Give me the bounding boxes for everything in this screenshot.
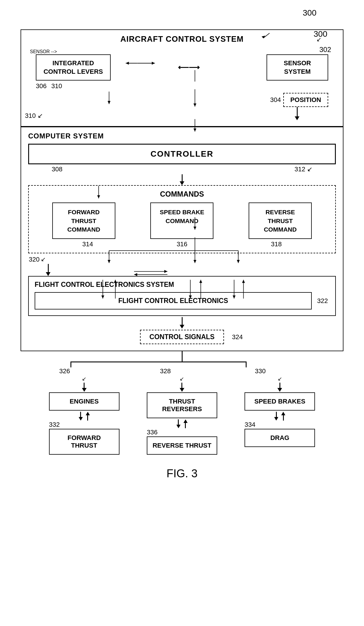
ref-326: 326 bbox=[43, 367, 70, 375]
fce-ref: 322 bbox=[317, 297, 328, 305]
ref-310-side: 310 ↙ bbox=[25, 112, 43, 120]
ref-312: 312 ↙ bbox=[294, 165, 312, 173]
acs-to-cs-arrow bbox=[295, 116, 299, 120]
ref-320: 320 bbox=[29, 256, 40, 263]
fces-title: FLIGHT CONTROL ELECTRONICS SYSTEM bbox=[35, 281, 329, 289]
ref-332: 332 bbox=[43, 421, 60, 429]
forward-thrust-box: FORWARD THRUST bbox=[49, 429, 119, 455]
forward-thrust-command-box: FORWARD THRUST COMMAND bbox=[52, 202, 115, 239]
icl-sensor-arrows: ⟵⟶ bbox=[111, 63, 267, 72]
fces-box: FLIGHT CONTROL ELECTRONICS SYSTEM FLIGHT… bbox=[28, 276, 336, 316]
speed-brakes-box: SPEED BRAKES bbox=[245, 392, 315, 411]
ref-306: 306 bbox=[36, 82, 47, 90]
sensor-box: SENSOR SYSTEM bbox=[267, 54, 328, 81]
controller-box: CONTROLLER bbox=[28, 144, 336, 164]
fce-inner-box: FLIGHT CONTROL ELECTRONICS bbox=[35, 292, 312, 309]
computer-system-title: COMPUTER SYSTEM bbox=[28, 132, 336, 140]
fig-caption: FIG. 3 bbox=[166, 467, 198, 480]
control-signals-box: CONTROL SIGNALS bbox=[140, 330, 224, 344]
acs-to-cs-vline bbox=[297, 107, 298, 116]
ref-318: 318 bbox=[271, 240, 282, 248]
top-ref-300: 300 bbox=[303, 8, 316, 18]
ref-328: 328 bbox=[141, 367, 171, 375]
ref-314: 314 bbox=[82, 240, 93, 248]
ref-330: 330 bbox=[239, 367, 266, 375]
ref-308: 308 bbox=[52, 165, 63, 173]
ref-334: 334 bbox=[239, 421, 255, 429]
position-ref-label: 304 bbox=[270, 96, 281, 104]
ref-336: 336 bbox=[141, 429, 158, 436]
reverse-thrust-box: REVERSE THRUST bbox=[147, 436, 217, 455]
engines-box: ENGINES bbox=[49, 392, 119, 411]
ref-316: 316 bbox=[177, 240, 188, 248]
sensor-ref: 302 bbox=[319, 46, 331, 54]
position-box: POSITION bbox=[283, 93, 328, 107]
ref-310: 310 bbox=[51, 82, 62, 90]
reverse-thrust-command-box: REVERSE THRUST COMMAND bbox=[249, 202, 312, 239]
aircraft-system-title: AIRCRAFT CONTROL SYSTEM bbox=[30, 35, 334, 44]
speed-brake-command-box: SPEED BRAKE COMMAND bbox=[150, 202, 213, 239]
icl-box: INTEGRATED CONTROL LEVERS bbox=[36, 54, 111, 81]
drag-box: DRAG bbox=[245, 429, 315, 447]
commands-title: COMMANDS bbox=[35, 190, 329, 198]
cs-ref: 324 bbox=[232, 333, 243, 341]
thrust-reversers-box: THRUST REVERSERS bbox=[147, 392, 217, 418]
